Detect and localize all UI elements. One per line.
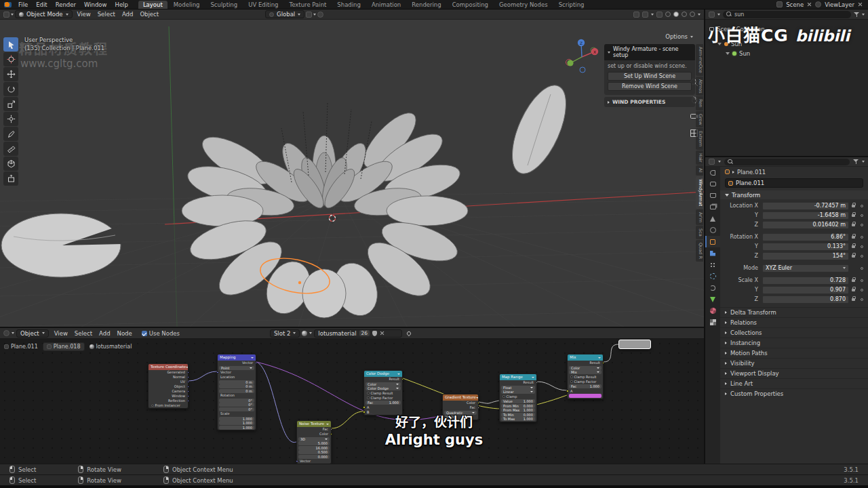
- menu-help[interactable]: Help: [111, 1, 132, 8]
- properties-tab-tool[interactable]: [705, 167, 720, 178]
- node-row[interactable]: 0.000: [298, 455, 330, 459]
- checkbox-icon[interactable]: [367, 392, 370, 394]
- node-row[interactable]: From Max1.000: [501, 408, 535, 412]
- value-field[interactable]: 0.133°: [762, 243, 849, 251]
- section-relations[interactable]: Relations: [720, 317, 868, 327]
- properties-tab-scene[interactable]: [705, 213, 720, 224]
- properties-tab-texture[interactable]: [705, 317, 720, 328]
- transform-panel-header[interactable]: Transform: [720, 190, 868, 199]
- socket-out-icon[interactable]: [187, 381, 190, 384]
- workspace-tab-layout[interactable]: Layout: [138, 1, 167, 9]
- xray-toggle-icon[interactable]: [656, 12, 663, 18]
- breadcrumb-object[interactable]: Plane.011: [4, 344, 38, 350]
- outliner-item-sun-2[interactable]: Sun: [726, 49, 750, 58]
- node-row[interactable]: Float: [501, 386, 535, 390]
- shader-node-noise-texture[interactable]: Noise TextureFacColor3D5.00016.0000.5000…: [296, 420, 332, 464]
- gizmo-neg-z[interactable]: [580, 67, 585, 73]
- viewlayer-selector[interactable]: ViewLayer: [825, 1, 854, 8]
- properties-tab-output[interactable]: [705, 190, 720, 201]
- viewport-menu-add[interactable]: Add: [119, 11, 136, 18]
- node-row[interactable]: 0°: [219, 403, 254, 407]
- node-row[interactable]: To Min0.000: [501, 413, 535, 417]
- tool-annotate[interactable]: [3, 127, 18, 141]
- workspace-tab-rendering[interactable]: Rendering: [407, 1, 446, 9]
- menu-render[interactable]: Render: [52, 1, 80, 8]
- properties-tab-particles[interactable]: [705, 259, 720, 270]
- shading-caret-icon[interactable]: [698, 14, 701, 16]
- socket-in-icon[interactable]: [216, 371, 219, 374]
- npanel-header[interactable]: Windy Armature - scene setup: [604, 44, 695, 60]
- shading-wireframe-icon[interactable]: [665, 12, 671, 17]
- node-header[interactable]: Color Dodge: [364, 371, 402, 377]
- color-swatch[interactable]: [569, 394, 601, 398]
- viewport-3d[interactable]: Object Mode ViewSelectAddObject Global: [0, 9, 704, 327]
- menu-edit[interactable]: Edit: [32, 1, 51, 8]
- npanel-tab-atmos[interactable]: Atmos: [696, 77, 703, 96]
- lily-pad-right[interactable]: [501, 78, 577, 181]
- object-name-field[interactable]: Plane.011: [725, 178, 863, 188]
- node-header[interactable]: Mix: [568, 354, 603, 361]
- value-field[interactable]: 0.907: [762, 286, 849, 294]
- workspace-tab-animation[interactable]: Animation: [367, 1, 406, 9]
- socket-in-icon[interactable]: [296, 460, 298, 463]
- shading-material-icon[interactable]: [682, 12, 687, 17]
- node-row[interactable]: 3D: [298, 437, 330, 441]
- node-row[interactable]: 0 m: [219, 389, 254, 393]
- node-header[interactable]: Noise Texture: [297, 421, 331, 427]
- wind-properties-section[interactable]: WIND PROPERTIES: [604, 97, 695, 107]
- breadcrumb-object-2[interactable]: Plane.018: [43, 342, 85, 351]
- properties-tab-view-layer[interactable]: [705, 201, 720, 213]
- node-row[interactable]: Color Dodge: [366, 386, 401, 390]
- section-motion-paths[interactable]: Motion Paths: [720, 348, 868, 358]
- node-canvas[interactable]: Texture CoordinateGeneratedNormalUVObjec…: [0, 339, 704, 464]
- value-field[interactable]: -1.6458 m: [762, 211, 849, 220]
- lock-icon[interactable]: [852, 205, 855, 207]
- socket-out-icon[interactable]: [536, 382, 538, 384]
- value-field[interactable]: 0.870: [762, 296, 849, 304]
- lock-icon[interactable]: [852, 224, 855, 226]
- blender-logo-icon[interactable]: [4, 2, 12, 7]
- tool-measure[interactable]: [3, 142, 18, 156]
- lily-pad-left[interactable]: [1, 214, 122, 277]
- properties-tab-data[interactable]: [705, 293, 720, 305]
- socket-out-icon[interactable]: [187, 395, 190, 398]
- section-delta-transform[interactable]: Delta Transform: [720, 307, 868, 317]
- lock-icon[interactable]: [852, 298, 855, 301]
- editor-type-icon[interactable]: [709, 159, 715, 165]
- animate-icon[interactable]: [861, 289, 863, 291]
- node-row[interactable]: Color: [366, 382, 401, 386]
- socket-out-icon[interactable]: [330, 428, 333, 431]
- options-dropdown[interactable]: Options: [665, 33, 693, 40]
- node-row[interactable]: 0°: [219, 399, 254, 403]
- tool-add-primitive[interactable]: [3, 157, 18, 171]
- socket-out-icon[interactable]: [477, 407, 480, 409]
- animate-icon[interactable]: [861, 236, 863, 239]
- npanel-tab-windyarmat[interactable]: WindyArmat: [696, 176, 703, 209]
- socket-out-icon[interactable]: [255, 362, 258, 365]
- gizmo-y-ball[interactable]: [567, 60, 573, 66]
- properties-search-input[interactable]: [724, 159, 850, 165]
- tool-rotate[interactable]: [3, 82, 18, 96]
- properties-tab-constraints[interactable]: [705, 282, 720, 293]
- viewport-menu-object[interactable]: Object: [136, 11, 162, 18]
- npanel-tab-quad-r[interactable]: Quad R: [696, 240, 703, 262]
- node-row[interactable]: Fac1.000: [366, 401, 401, 405]
- viewport-canvas[interactable]: X Z User Perspective (135) Collection | …: [0, 20, 704, 327]
- section-visibility[interactable]: Visibility: [720, 358, 868, 368]
- mode-dropdown[interactable]: XYZ Euler: [762, 264, 849, 272]
- outliner[interactable]: sun Scene CollectionSunSun 小白猫CG bilibil…: [705, 9, 868, 156]
- socket-out-icon[interactable]: [477, 402, 480, 405]
- checkbox-icon[interactable]: [367, 396, 370, 399]
- editor-type-icon[interactable]: [3, 330, 9, 336]
- shader-menu-add[interactable]: Add: [96, 330, 113, 337]
- checkbox-icon[interactable]: [570, 380, 573, 383]
- node-row[interactable]: Quadratic: [444, 411, 477, 415]
- tool-select-box[interactable]: [3, 37, 18, 52]
- node-header[interactable]: Mapping: [218, 354, 256, 361]
- value-field[interactable]: -0.72457 m: [762, 202, 849, 210]
- unlink-material-icon[interactable]: [380, 331, 384, 336]
- socket-out-icon[interactable]: [330, 433, 333, 436]
- menu-file[interactable]: File: [14, 1, 32, 8]
- pin-icon[interactable]: [406, 330, 412, 336]
- shader-node-texture-coordinate[interactable]: Texture CoordinateGeneratedNormalUVObjec…: [148, 363, 189, 409]
